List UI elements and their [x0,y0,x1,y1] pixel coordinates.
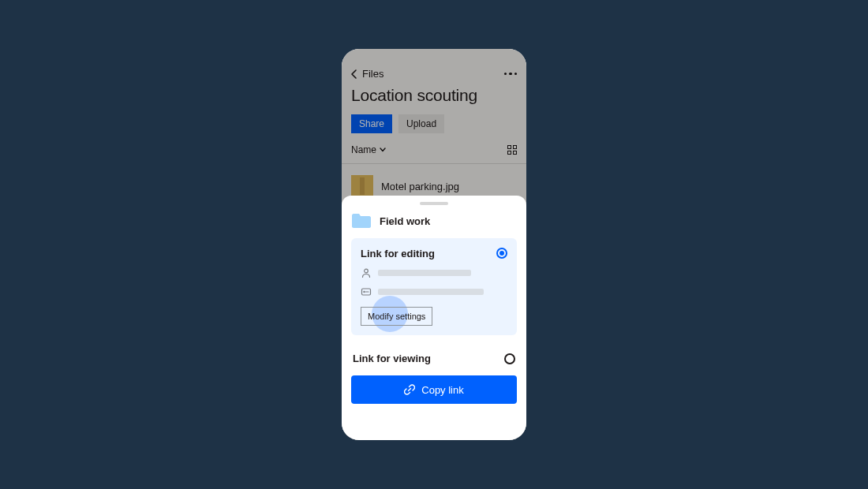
link-icon [404,384,415,395]
folder-icon [351,213,372,229]
folder-header: Field work [351,213,517,229]
viewing-option-row[interactable]: Link for viewing [351,343,517,375]
editing-option-title: Link for editing [361,248,507,259]
meta-placeholder [378,289,484,295]
modify-settings-button[interactable]: Modify settings [361,307,432,326]
editing-radio[interactable] [496,248,507,259]
person-icon [361,267,372,278]
meta-row-2 [361,286,507,297]
viewing-option-title: Link for viewing [353,353,431,364]
folder-name: Field work [380,215,430,227]
copy-link-label: Copy link [421,384,463,396]
meta-placeholder [378,270,471,276]
meta-row-1 [361,267,507,278]
drag-handle[interactable] [420,202,448,205]
password-icon [361,286,372,297]
copy-link-button[interactable]: Copy link [351,375,517,404]
share-bottom-sheet: Field work Link for editing [342,196,526,440]
viewing-radio[interactable] [504,353,515,364]
editing-option-card[interactable]: Link for editing Modify settings [351,238,517,335]
svg-point-2 [363,291,365,293]
phone-frame: Files Location scouting Share Upload Nam… [342,49,526,440]
svg-point-0 [365,269,369,273]
